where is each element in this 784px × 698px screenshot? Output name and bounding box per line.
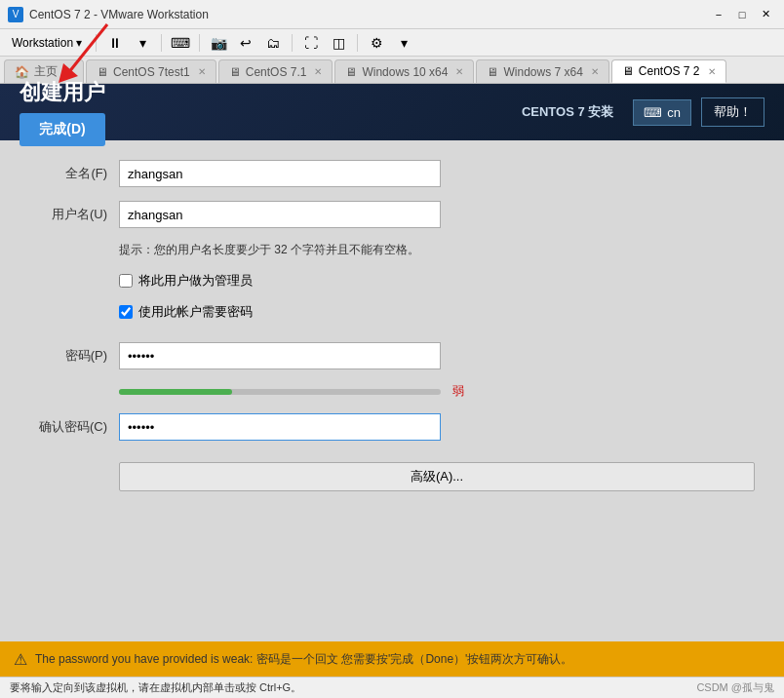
warning-icon: ⚠ <box>14 650 27 669</box>
tab-centos72-icon: 🖥 <box>622 64 634 78</box>
app-icon: V <box>8 7 23 22</box>
tab-win10x64-close[interactable]: ✕ <box>455 66 463 77</box>
confirm-label: 确认密码(C) <box>29 418 107 436</box>
form-area: 全名(F) 用户名(U) 提示：您的用户名长度要少于 32 个字符并且不能有空格… <box>0 140 784 641</box>
workstation-menu[interactable]: Workstation ▾ <box>4 33 90 53</box>
pause-button[interactable]: ⏸ <box>102 31 128 55</box>
warning-bar: ⚠ The password you have provided is weak… <box>0 641 784 677</box>
password-label: 密码(P) <box>29 347 107 365</box>
tab-centos72-close[interactable]: ✕ <box>708 66 716 77</box>
page-title: 创建用户 <box>20 78 105 107</box>
tab-win7x64-label: Windows 7 x64 <box>503 65 582 79</box>
tab-centos71-icon: 🖥 <box>229 65 241 79</box>
lang-value: cn <box>667 105 681 120</box>
tab-win7x64-close[interactable]: ✕ <box>591 66 599 77</box>
snapshot-mgr-button[interactable]: 🗂 <box>260 31 286 55</box>
tab-win10x64[interactable]: 🖥 Windows 10 x64 ✕ <box>334 59 474 83</box>
tab-centos7test1-label: CentOS 7test1 <box>113 65 190 79</box>
admin-checkbox-label: 将此用户做为管理员 <box>138 272 253 290</box>
password-checkbox[interactable] <box>119 305 133 319</box>
tab-home-close[interactable]: ✕ <box>65 66 73 77</box>
tab-win10x64-label: Windows 10 x64 <box>362 65 448 79</box>
minimize-button[interactable]: − <box>708 4 729 25</box>
toolbar-separator-4 <box>292 34 293 52</box>
vm-area: 创建用户 完成(D) CENTOS 7 安装 ⌨ cn 帮助！ 全名(F) 用户… <box>0 84 784 677</box>
installer-header: 创建用户 完成(D) CENTOS 7 安装 ⌨ cn 帮助！ <box>0 84 784 140</box>
password-checkbox-label: 使用此帐户需要密码 <box>138 303 253 321</box>
warning-text: The password you have provided is weak: … <box>35 651 572 668</box>
toolbar-separator <box>96 34 97 52</box>
menu-bar: Workstation ▾ ⏸ ▾ ⌨ 📷 ↩ 🗂 ⛶ ◫ ⚙ ▾ <box>0 29 784 57</box>
advanced-button[interactable]: 高级(A)... <box>119 462 755 491</box>
tab-win7x64[interactable]: 🖥 Windows 7 x64 ✕ <box>476 59 608 83</box>
tab-centos71-close[interactable]: ✕ <box>314 66 322 77</box>
username-hint: 提示：您的用户名长度要少于 32 个字符并且不能有空格。 <box>119 242 755 258</box>
toolbar-separator-5 <box>357 34 358 52</box>
tab-centos72-label: CentOS 7 2 <box>639 64 700 78</box>
unity-button[interactable]: ◫ <box>326 31 351 55</box>
guest-settings-button[interactable]: ⚙ <box>364 31 389 55</box>
strength-bar-fill <box>119 389 232 395</box>
close-button[interactable]: ✕ <box>755 4 776 25</box>
tab-centos7test1-close[interactable]: ✕ <box>198 66 206 77</box>
tab-win10x64-icon: 🖥 <box>345 65 357 79</box>
confirm-input[interactable] <box>119 413 441 441</box>
password-strength-row: 弱 <box>119 383 755 400</box>
admin-checkbox-row: 将此用户做为管理员 <box>119 272 755 290</box>
status-bar: 要将输入定向到该虚拟机，请在虚拟机内部单击或按 Ctrl+G。 CSDM @孤与… <box>0 677 784 698</box>
toolbar-dropdown1[interactable]: ▾ <box>130 31 155 55</box>
title-bar: V CentOS 7 2 - VMware Workstation − □ ✕ <box>0 0 784 29</box>
fullscreen-button[interactable]: ⛶ <box>298 31 324 55</box>
maximize-button[interactable]: □ <box>731 4 753 25</box>
username-input[interactable] <box>119 201 441 228</box>
toolbar-separator-2 <box>161 34 162 52</box>
tab-centos7test1[interactable]: 🖥 CentOS 7test1 ✕ <box>86 59 216 83</box>
header-right-area: CENTOS 7 安装 ⌨ cn 帮助！ <box>522 97 764 127</box>
help-button[interactable]: 帮助！ <box>701 97 764 127</box>
status-text: 要将输入定向到该虚拟机，请在虚拟机内部单击或按 Ctrl+G。 <box>10 680 301 695</box>
language-selector[interactable]: ⌨ cn <box>633 99 691 126</box>
done-button[interactable]: 完成(D) <box>20 113 105 146</box>
tab-centos72[interactable]: 🖥 CentOS 7 2 ✕ <box>611 59 726 83</box>
tab-centos7test1-icon: 🖥 <box>97 65 108 79</box>
toolbar-dropdown2[interactable]: ▾ <box>391 31 416 55</box>
tab-home-icon: 🏠 <box>15 65 29 79</box>
username-label: 用户名(U) <box>29 206 107 223</box>
password-input[interactable] <box>119 342 441 369</box>
password-row: 密码(P) <box>29 342 755 369</box>
password-checkbox-row: 使用此帐户需要密码 <box>119 303 755 321</box>
keyboard-icon: ⌨ <box>644 105 662 120</box>
strength-bar-bg <box>119 389 441 395</box>
window-controls: − □ ✕ <box>708 4 776 25</box>
revert-button[interactable]: ↩ <box>233 31 258 55</box>
confirm-password-row: 确认密码(C) <box>29 413 755 441</box>
fullname-label: 全名(F) <box>29 165 107 182</box>
strength-label: 弱 <box>452 383 464 400</box>
tab-centos71[interactable]: 🖥 CentOS 7.1 ✕ <box>218 59 333 83</box>
toolbar-separator-3 <box>199 34 200 52</box>
window-title: CentOS 7 2 - VMware Workstation <box>29 8 708 21</box>
centos-install-title: CENTOS 7 安装 <box>522 103 613 121</box>
tab-centos71-label: CentOS 7.1 <box>246 65 307 79</box>
fullname-row: 全名(F) <box>29 160 755 187</box>
username-row: 用户名(U) <box>29 201 755 228</box>
watermark: CSDM @孤与鬼 <box>696 680 774 695</box>
tabs-bar: 🏠 主页 ✕ 🖥 CentOS 7test1 ✕ 🖥 CentOS 7.1 ✕ … <box>0 57 784 84</box>
fullname-input[interactable] <box>119 160 441 187</box>
snapshot-button[interactable]: 📷 <box>206 31 231 55</box>
admin-checkbox[interactable] <box>119 274 133 288</box>
tab-win7x64-icon: 🖥 <box>487 65 498 79</box>
send-keys-button[interactable]: ⌨ <box>168 31 193 55</box>
